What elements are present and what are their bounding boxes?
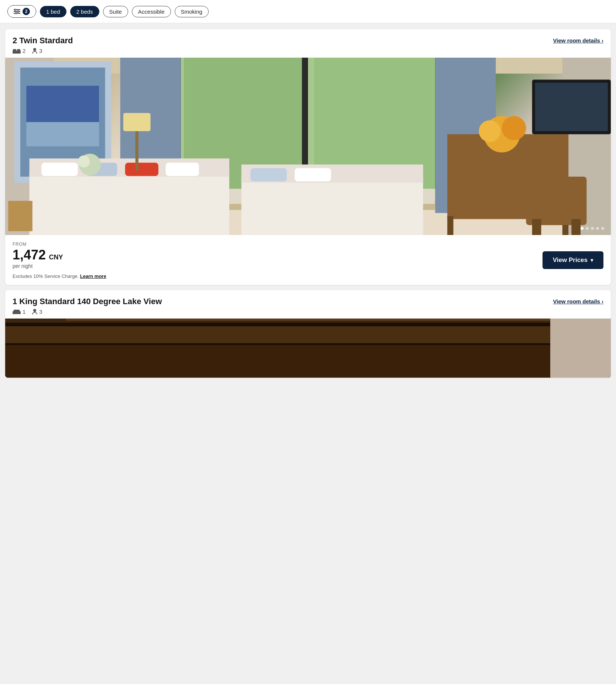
svg-rect-37	[125, 163, 158, 176]
filter-btn-2beds[interactable]: 2 beds	[70, 6, 99, 17]
svg-rect-39	[242, 177, 423, 235]
svg-rect-69	[66, 330, 550, 342]
room-image-1	[5, 58, 611, 235]
room-header-1: 2 Twin Stardard 2	[5, 29, 611, 58]
svg-point-5	[15, 13, 17, 14]
svg-rect-48	[526, 177, 586, 225]
svg-rect-7	[13, 49, 16, 51]
svg-rect-70	[550, 319, 611, 378]
svg-rect-46	[447, 216, 453, 235]
svg-rect-42	[295, 168, 331, 181]
carousel-dot-3[interactable]	[591, 227, 594, 230]
svg-rect-60	[14, 310, 20, 312]
rooms-list: 2 Twin Stardard 2	[0, 23, 616, 384]
filter-btn-smoking[interactable]: Smoking	[175, 6, 209, 17]
svg-point-52	[479, 120, 500, 142]
view-room-details-link-1[interactable]: View room details	[553, 37, 603, 44]
room-image-2	[5, 319, 611, 378]
pricing-section-1: FROM 1,472 CNY per night View Prices ▾ E…	[5, 235, 611, 285]
svg-rect-33	[30, 171, 229, 235]
svg-point-9	[33, 48, 36, 51]
filter-btn-accessible[interactable]: Accessible	[132, 6, 171, 17]
room-title-1: 2 Twin Stardard	[13, 36, 73, 45]
svg-rect-19	[26, 122, 99, 146]
room-info-1: 2 Twin Stardard 2	[13, 36, 73, 54]
guest-count-2: 3	[32, 309, 42, 315]
view-room-details-link-2[interactable]: View room details	[553, 298, 603, 304]
svg-point-3	[14, 9, 16, 10]
svg-rect-56	[8, 201, 32, 231]
carousel-dot-1[interactable]	[581, 227, 584, 230]
filter-icon-button[interactable]: 2	[7, 5, 36, 18]
svg-point-4	[17, 11, 19, 12]
filter-count: 2	[23, 8, 30, 15]
carousel-dot-2[interactable]	[586, 227, 589, 230]
view-prices-button-1[interactable]: View Prices ▾	[543, 251, 603, 269]
price-left-1: 1,472 CNY per night	[13, 248, 63, 269]
bed-count-2: 1	[13, 309, 25, 315]
filter-btn-suite[interactable]: Suite	[103, 6, 128, 17]
room-info-2: 1 King Standard 140 Degree Lake View 1	[13, 297, 162, 315]
filter-btn-1bed[interactable]: 1 bed	[40, 6, 66, 17]
service-charge-1: Excludes 10% Service Charge. Learn more	[13, 273, 603, 279]
person-icon-1	[32, 48, 37, 54]
bed-icon-1	[13, 48, 21, 54]
bed-icon-2	[13, 309, 21, 314]
svg-point-61	[33, 309, 36, 312]
room-card-2: 1 King Standard 140 Degree Lake View 1	[5, 290, 611, 378]
svg-rect-68	[66, 319, 550, 321]
svg-rect-55	[535, 83, 608, 131]
bed-count-1: 2	[13, 48, 25, 54]
filter-bar: 2 1 bed 2 beds Suite Accessible Smoking	[0, 0, 616, 23]
room-card-1: 2 Twin Stardard 2	[5, 29, 611, 285]
svg-rect-38	[166, 163, 199, 176]
carousel-dot-4[interactable]	[596, 227, 599, 230]
svg-rect-41	[250, 168, 287, 181]
price-amount-1: 1,472	[13, 247, 46, 262]
room-header-2: 1 King Standard 140 Degree Lake View 1	[5, 290, 611, 319]
svg-rect-49	[532, 219, 541, 235]
price-currency-1: CNY	[49, 253, 63, 261]
price-display-1: 1,472 CNY	[13, 248, 63, 262]
room-photo-svg-1	[5, 58, 611, 235]
per-night-1: per night	[13, 263, 63, 269]
room-meta-2: 1 3	[13, 309, 162, 315]
guest-count-1: 3	[32, 48, 42, 54]
svg-rect-35	[41, 163, 78, 176]
svg-rect-58	[123, 113, 151, 131]
learn-more-link-1[interactable]: Learn more	[80, 273, 106, 279]
person-icon-2	[32, 309, 37, 315]
svg-rect-67	[5, 345, 611, 377]
svg-point-44	[78, 156, 90, 168]
price-row-1: 1,472 CNY per night View Prices ▾	[13, 248, 603, 269]
svg-rect-18	[26, 86, 99, 122]
carousel-dot-5[interactable]	[601, 227, 604, 230]
room-photo-svg-2	[5, 319, 611, 378]
chevron-down-icon: ▾	[591, 257, 593, 263]
room-meta-1: 2 3	[13, 48, 73, 54]
from-label-1: FROM	[13, 242, 603, 247]
sliders-icon	[14, 9, 20, 14]
svg-rect-8	[17, 49, 20, 51]
svg-rect-50	[571, 219, 581, 235]
carousel-dots-1	[581, 227, 604, 230]
room-title-2: 1 King Standard 140 Degree Lake View	[13, 297, 162, 306]
svg-point-53	[502, 116, 526, 140]
